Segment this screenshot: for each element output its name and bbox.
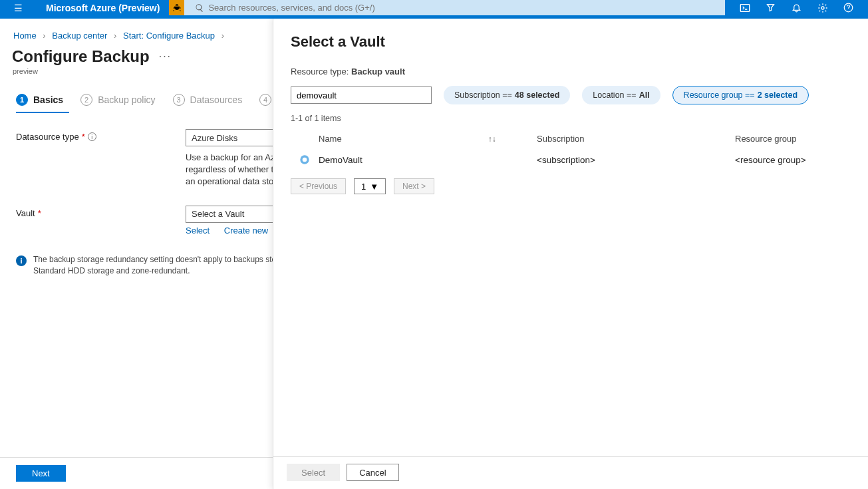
select-button[interactable]: Select <box>287 464 340 481</box>
next-button[interactable]: Next <box>16 465 66 482</box>
notifications-icon[interactable] <box>790 3 803 13</box>
sort-icon[interactable]: ↑↓ <box>488 134 496 144</box>
main-footer: Next <box>0 457 273 489</box>
hamburger-icon[interactable]: ☰ <box>14 3 23 13</box>
table-header: Name ↑↓ Subscription Resource group <box>291 130 868 148</box>
datasource-label: Datasource type * i <box>16 129 186 142</box>
search-icon <box>195 3 204 13</box>
page-title: Configure Backup <box>12 47 150 66</box>
required-marker: * <box>82 132 85 142</box>
info-icon[interactable]: i <box>88 132 96 141</box>
pager-prev-button[interactable]: < Previous <box>291 178 346 194</box>
cell-subscription: <subscription> <box>537 155 735 165</box>
settings-icon[interactable] <box>816 3 829 13</box>
cell-resource-group: <resource group> <box>735 155 868 165</box>
pager-page-select[interactable]: 1 ▼ <box>354 178 386 194</box>
cancel-button[interactable]: Cancel <box>347 464 398 481</box>
pager-next-button[interactable]: Next > <box>394 178 434 194</box>
vault-filter-input[interactable] <box>291 86 432 104</box>
vault-create-new-link[interactable]: Create new <box>224 226 268 236</box>
chevron-right-icon: › <box>217 31 228 41</box>
panel-filters: Subscription == 48 selected Location == … <box>273 77 868 104</box>
vault-select-link[interactable]: Select <box>186 226 210 236</box>
vault-table: Name ↑↓ Subscription Resource group Demo… <box>273 123 868 172</box>
pill-location[interactable]: Location == All <box>582 86 660 104</box>
chevron-right-icon: › <box>110 31 120 41</box>
search-wrap <box>191 0 725 15</box>
panel-header: Select a Vault <box>273 19 868 53</box>
wizard-tab-4[interactable]: 4 <box>259 94 271 106</box>
pill-resource-group[interactable]: Resource group == 2 selected <box>672 86 809 104</box>
select-vault-panel: Select a Vault Resource type: Backup vau… <box>273 19 868 489</box>
pill-subscription[interactable]: Subscription == 48 selected <box>444 86 570 104</box>
breadcrumb-backup-center[interactable]: Backup center <box>52 31 107 41</box>
cell-name: DemoVault <box>319 155 537 165</box>
vault-label: Vault * <box>16 206 186 218</box>
wizard-tab-backup-policy[interactable]: 2 Backup policy <box>80 94 155 106</box>
wizard-tab-basics[interactable]: 1 Basics <box>16 94 63 106</box>
breadcrumb-home[interactable]: Home <box>13 31 37 41</box>
chevron-right-icon: › <box>39 31 49 41</box>
svg-rect-0 <box>740 4 749 11</box>
result-count: 1-1 of 1 items <box>273 104 868 123</box>
help-icon[interactable] <box>842 3 855 13</box>
cloud-shell-icon[interactable] <box>738 3 752 13</box>
topbar-actions <box>725 0 868 15</box>
more-icon[interactable]: ··· <box>159 51 172 63</box>
pager: < Previous 1 ▼ Next > <box>273 172 868 194</box>
required-marker: * <box>38 208 41 218</box>
global-search-input[interactable] <box>208 3 725 13</box>
panel-title: Select a Vault <box>291 33 851 51</box>
portal-title: Microsoft Azure (Preview) <box>37 0 169 15</box>
svg-point-1 <box>821 7 824 9</box>
left-band: ☰ <box>0 0 37 15</box>
col-subscription[interactable]: Subscription <box>537 134 735 144</box>
info-icon: i <box>16 255 27 266</box>
breadcrumb-configure-backup[interactable]: Start: Configure Backup <box>123 31 215 41</box>
vault-icon <box>299 154 310 165</box>
table-row[interactable]: DemoVault <subscription> <resource group… <box>291 148 868 172</box>
chevron-down-icon: ▼ <box>370 182 378 192</box>
panel-footer: Select Cancel <box>273 456 868 489</box>
wizard-tab-datasources[interactable]: 3 Datasources <box>173 94 243 106</box>
bug-icon[interactable] <box>169 0 184 15</box>
col-resource-group[interactable]: Resource group <box>735 134 868 144</box>
filter-icon[interactable] <box>764 3 778 13</box>
col-name[interactable]: Name <box>319 134 342 144</box>
top-bar: ☰ Microsoft Azure (Preview) <box>0 0 868 15</box>
panel-resource-type: Resource type: Backup vault <box>273 53 868 77</box>
